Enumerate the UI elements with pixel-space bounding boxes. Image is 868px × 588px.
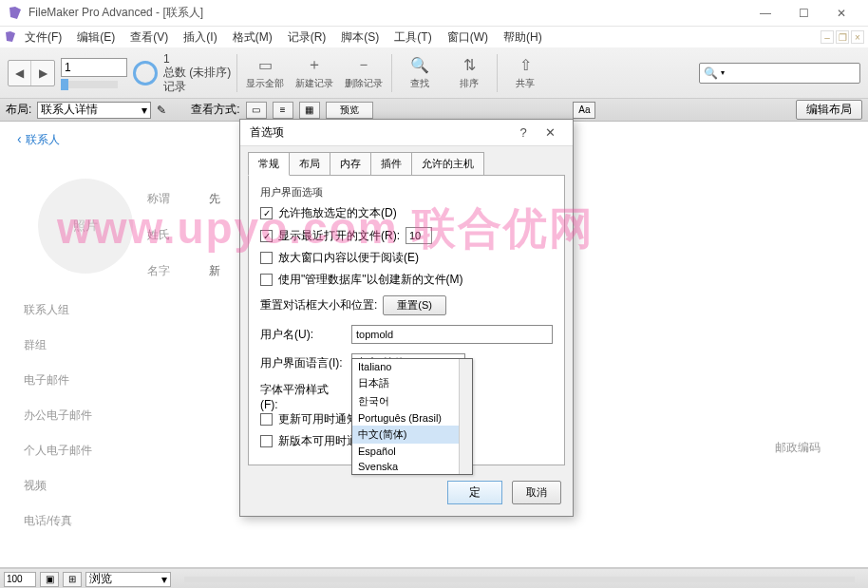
recent-number-input[interactable] (406, 227, 432, 244)
menu-edit[interactable]: 编辑(E) (69, 28, 123, 47)
tab-hosts[interactable]: 允许的主机 (411, 152, 484, 176)
aa-button[interactable]: Aa (573, 102, 595, 119)
find-button[interactable]: 🔍查找 (398, 56, 442, 90)
status-slider[interactable] (184, 577, 855, 582)
side-sections: 联系人组 群组 电子邮件 办公电子邮件 个人电子邮件 视频 电话/传真 (24, 302, 92, 548)
reset-button[interactable]: 重置(S) (383, 295, 446, 315)
preview-button[interactable]: 预览 (326, 102, 373, 119)
edit-layout-button[interactable]: 编辑布局 (796, 100, 862, 120)
dialog-body: 用户界面选项 ✓ 允许拖放选定的文本(D) ✓ 显示最近打开的文件(R): 放大… (248, 175, 565, 465)
view-table-button[interactable]: ▦ (299, 102, 320, 119)
tab-layout[interactable]: 布局 (289, 152, 330, 176)
pencil-icon[interactable]: ✎ (157, 104, 166, 117)
sort-icon: ⇅ (460, 56, 479, 75)
checkbox-update-avail[interactable] (260, 413, 273, 426)
username-input[interactable] (351, 325, 553, 344)
label-update-avail: 更新可用时通知 (278, 411, 358, 427)
new-record-button[interactable]: ＋新建记录 (292, 56, 336, 90)
search-input[interactable] (727, 67, 859, 79)
view-list-button[interactable]: ≡ (273, 102, 293, 119)
child-restore[interactable]: ❐ (836, 30, 849, 44)
checkbox-recent[interactable]: ✓ (260, 230, 273, 242)
lang-option[interactable]: Português (Brasil) (352, 410, 472, 426)
section-contact-group: 联系人组 (24, 302, 92, 318)
record-number-input[interactable] (61, 58, 127, 77)
titlebar: FileMaker Pro Advanced - [联系人] — ☐ ✕ (0, 0, 868, 27)
checkbox-update-new[interactable] (260, 435, 273, 447)
nav-next-button[interactable]: ▶ (31, 61, 54, 85)
menu-tools[interactable]: 工具(T) (387, 28, 439, 47)
dialog-close-button[interactable]: ✕ (537, 125, 563, 140)
lang-option[interactable]: Español (352, 444, 472, 459)
lang-option[interactable]: 한국어 (352, 392, 472, 410)
child-window-controls: – ❐ × (821, 30, 864, 44)
record-slider[interactable] (61, 81, 118, 88)
delete-record-button[interactable]: －删除记录 (342, 56, 386, 90)
label-update-new: 新版本可用时通 (278, 433, 358, 449)
tab-plugins[interactable]: 插件 (370, 152, 412, 176)
back-link[interactable]: ‹ 联系人 (17, 131, 60, 146)
menu-insert[interactable]: 插入(I) (176, 28, 224, 47)
checkbox-manage[interactable] (260, 274, 273, 286)
lang-option[interactable]: 日本語 (352, 374, 472, 392)
value-lastname[interactable] (209, 217, 220, 253)
view-form-button[interactable]: ▭ (246, 102, 267, 119)
label-username: 用户名(U): (260, 327, 344, 343)
child-minimize[interactable]: – (821, 30, 834, 44)
layout-dropdown[interactable]: 联系人详情▾ (37, 102, 151, 119)
menubar: 文件(F) 编辑(E) 查看(V) 插入(I) 格式(M) 记录(R) 脚本(S… (0, 27, 868, 47)
chevron-down-icon: ▾ (142, 104, 147, 117)
search-box[interactable]: 🔍▾ (699, 63, 860, 84)
dropdown-scrollbar[interactable] (459, 359, 472, 474)
menu-records[interactable]: 记录(R) (280, 28, 334, 47)
dialog-help-button[interactable]: ? (510, 125, 537, 140)
menu-window[interactable]: 窗口(W) (440, 28, 496, 47)
toolbar: ◀ ▶ 1 总数 (未排序) 记录 ▭显示全部 ＋新建记录 －删除记录 🔍查找 … (0, 47, 868, 99)
share-button[interactable]: ⇧共享 (503, 56, 547, 90)
menu-app-icon (4, 30, 17, 44)
lang-option-selected[interactable]: 中文(简体) (352, 426, 472, 444)
ok-button[interactable]: 定 (447, 481, 502, 504)
toggle-toolbar-button[interactable]: ⊞ (63, 572, 82, 587)
toggle-panel-button[interactable]: ▣ (40, 572, 59, 587)
menu-file[interactable]: 文件(F) (17, 28, 69, 47)
cancel-button[interactable]: 取消 (512, 481, 561, 504)
lang-option[interactable]: Italiano (352, 359, 472, 374)
lang-option[interactable]: Svenska (352, 459, 472, 474)
child-close[interactable]: × (851, 30, 864, 44)
value-title[interactable]: 先 (209, 180, 220, 217)
menu-view[interactable]: 查看(V) (123, 28, 176, 47)
label-firstname: 名字 (147, 253, 195, 289)
checkbox-enlarge[interactable] (260, 252, 273, 264)
close-button[interactable]: ✕ (822, 3, 860, 24)
nav-prev-button[interactable]: ◀ (9, 61, 31, 85)
menu-format[interactable]: 格式(M) (225, 28, 280, 47)
layout-label: 布局: (6, 102, 31, 118)
menu-scripts[interactable]: 脚本(S) (333, 28, 387, 47)
divider (497, 54, 498, 92)
menu-help[interactable]: 帮助(H) (496, 28, 550, 47)
mode-dropdown[interactable]: 浏览▾ (85, 572, 171, 587)
checkbox-drag[interactable]: ✓ (260, 207, 273, 219)
value-firstname[interactable]: 新 (209, 253, 220, 289)
tab-general[interactable]: 常规 (248, 152, 290, 176)
section-email: 电子邮件 (24, 372, 92, 389)
tab-memory[interactable]: 内存 (330, 152, 371, 176)
divider (236, 54, 237, 92)
share-icon: ⇧ (516, 56, 535, 75)
show-all-button[interactable]: ▭显示全部 (243, 56, 287, 90)
app-icon (8, 6, 23, 21)
section-office-email: 办公电子邮件 (24, 408, 92, 424)
maximize-button[interactable]: ☐ (784, 3, 822, 24)
dialog-title: 首选项 (250, 124, 510, 141)
label-enlarge: 放大窗口内容以便于阅读(E) (278, 250, 419, 266)
zoom-input[interactable] (4, 572, 36, 587)
label-recent: 显示最近打开的文件(R): (278, 228, 400, 244)
total-number: 1 (163, 52, 231, 66)
sort-button[interactable]: ⇅排序 (447, 56, 491, 90)
photo-placeholder[interactable]: 照片 (38, 179, 133, 274)
opt-drag-row: ✓ 允许拖放选定的文本(D) (260, 205, 553, 221)
label-font: 字体平滑样式(F): (260, 382, 344, 411)
chevron-down-icon: ▾ (161, 573, 167, 586)
minimize-button[interactable]: — (746, 3, 784, 24)
